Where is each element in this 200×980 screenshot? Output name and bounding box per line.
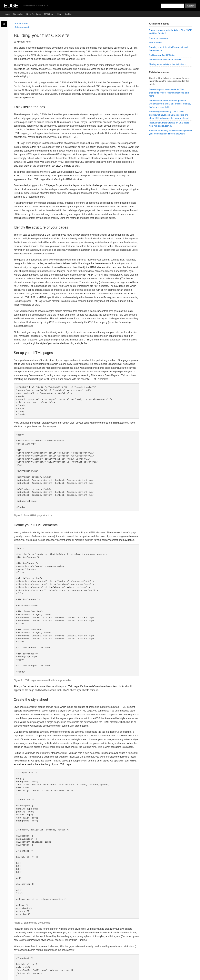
code-block: <!DOCTYPE html PUBLIC "-//W3C//DTD XHTML…: [14, 383, 139, 418]
body-para: A box may contain any number of nested b…: [14, 201, 139, 220]
code-block: <body> <h1><a href="/">Website name</a><…: [14, 431, 139, 512]
body-para: HTML tags were designed to define the co…: [14, 141, 139, 167]
code-block: /* content */ h1, h2, h3, h4 { color: #c…: [14, 955, 139, 980]
body-para: To address these issues, the World Wide …: [14, 170, 139, 181]
search-button[interactable]: Search: [185, 3, 196, 8]
intro-para: Good resources to help you get started w…: [14, 81, 139, 100]
main-content: › E-mail article › Printable version Bui…: [8, 17, 145, 980]
sidebar-heading: Articles this issue: [149, 22, 192, 27]
list-item[interactable]: Dreamweaver Developer Toolbox: [149, 57, 192, 62]
search-input[interactable]: [161, 3, 184, 8]
figure-caption: Figure 2. HTML page structure with <div>…: [14, 679, 139, 682]
print-link[interactable]: › Printable version: [14, 25, 139, 29]
nav-feedback[interactable]: Send feedback: [26, 13, 41, 16]
section-heading: Set up your HTML pages: [14, 350, 139, 356]
issue-label: SEPTEMBER/OCTOBER 2006: [23, 4, 48, 7]
list-item[interactable]: Making better web type that talks back: [149, 62, 192, 67]
intro-para: The best ways to wrap your head around C…: [14, 63, 139, 78]
body-para: Next, you may want to draw rectangles ar…: [14, 309, 139, 328]
body-para: When you know how to style each element,…: [14, 945, 139, 952]
intro-para: This article is for web designers and de…: [14, 46, 139, 61]
list-item[interactable]: Browser-safe A nifty service that lets y…: [149, 128, 192, 136]
nav-archive[interactable]: Archive: [65, 13, 72, 16]
section-heading: Think inside the box: [14, 105, 139, 110]
list-item[interactable]: Floatutorial Simple tutorials on CSS flo…: [149, 121, 192, 128]
body-para: Next, you have to identify the main sect…: [14, 531, 139, 542]
body-para: The whole point of using CSS is that it …: [14, 113, 139, 139]
figure-caption: Figure 1. Basic HTML page structure: [14, 514, 139, 517]
list-item[interactable]: Dreamweaver and CSS Field guide for Drea…: [149, 99, 192, 110]
body-para: The goal is to organize and describe the…: [14, 258, 139, 307]
body-para: Next, populate the content area (between…: [14, 421, 139, 428]
page-title: Building your first CSS site: [14, 32, 139, 39]
list-item[interactable]: Building your first CSS site: [149, 53, 192, 57]
body-para: CSS resolves conflicting styles by givin…: [14, 730, 139, 749]
sidebar: Articles this issue RIA development with…: [145, 17, 196, 980]
figure-caption: Figure 3. Sample style sheet setup: [14, 921, 139, 925]
list-item[interactable]: RIA development with the Adobe Flex 2 SD…: [149, 28, 192, 36]
code-block: /* layout.css */ body { background: #ccc…: [14, 769, 139, 919]
body-para: Setting up your style sheet is pretty st…: [14, 751, 139, 766]
body-para: At this point, you may also want to iden…: [14, 331, 139, 345]
sidebar-heading: Related resources: [149, 70, 192, 75]
email-link[interactable]: › E-mail article: [14, 22, 139, 25]
nav-help[interactable]: Help: [57, 13, 62, 16]
sidebar-text: Check out the following resources for mo…: [149, 76, 192, 86]
byline: by Michael Koch: [14, 40, 139, 44]
nav-home[interactable]: Home: [4, 13, 10, 16]
section-heading: Identify the structure of your pages: [14, 225, 139, 230]
nav-subscribe[interactable]: Subscribe: [13, 13, 23, 16]
code-block: <body> <!-- the "wrap" container that ho…: [14, 544, 139, 676]
body-para: Once you have an idea of the structure o…: [14, 358, 139, 381]
list-item[interactable]: Flex 2 arrives: [149, 40, 192, 45]
navbar: Home Subscribe Send feedback RSS feed He…: [0, 11, 200, 17]
nav-rss[interactable]: RSS feed: [44, 13, 54, 16]
section-heading: Define your HTML elements: [14, 523, 139, 528]
body-para: Style sheets consist of groups of style …: [14, 705, 139, 728]
topbar: EDGE SEPTEMBER/OCTOBER 2006 Search: [0, 0, 200, 11]
related-list: Developing with web standards Web Standa…: [149, 87, 192, 136]
article-actions: › E-mail article › Printable version: [14, 22, 139, 29]
back-column: «: [0, 17, 8, 980]
body-para: Although there are no rules for the orde…: [14, 927, 139, 942]
body-para: The first step to building a CSS site, a…: [14, 233, 139, 256]
back-button[interactable]: «: [1, 21, 7, 27]
body-para: After you've defined the content blocks …: [14, 685, 139, 692]
list-item[interactable]: Positioning and floating CSS A basic ove…: [149, 109, 192, 121]
logo: EDGE: [4, 2, 18, 10]
list-item[interactable]: Developing with web standards Web Standa…: [149, 87, 192, 99]
search-form: Search: [161, 3, 196, 8]
articles-list: RIA development with the Adobe Flex 2 SD…: [149, 28, 192, 67]
section-heading: Create the style sheet: [14, 697, 139, 702]
list-item[interactable]: Rogue development: [149, 36, 192, 41]
list-item[interactable]: Creating a portfolio with Fireworks 8 an…: [149, 45, 192, 53]
body-para: So when designing your first CSS page, f…: [14, 184, 139, 199]
